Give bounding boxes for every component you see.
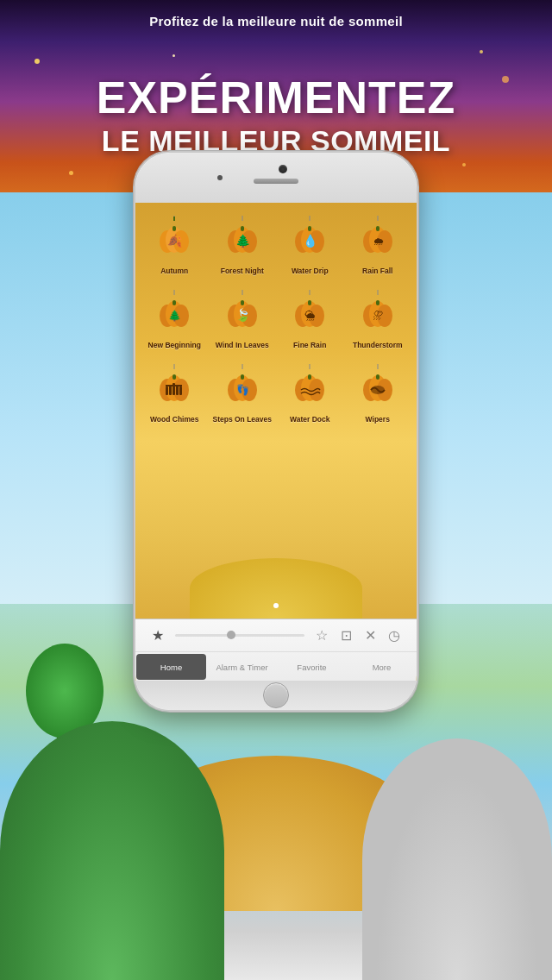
sound-item-autumn[interactable]: 🍂 Autumn [142,211,207,279]
svg-rect-70 [308,374,311,380]
label-steps-on-leaves: Steps On Leaves [212,415,272,424]
sound-item-water-dock[interactable]: Water Dock [278,360,342,427]
label-wood-chimes: Wood Chimes [150,415,199,424]
svg-rect-23 [376,226,380,231]
tab-home[interactable]: Home [136,654,206,680]
scene-hill [190,558,362,619]
banner-text: Profitez de la meilleure nuit de sommeil [149,14,403,28]
svg-rect-54 [166,386,168,395]
volume-slider[interactable] [175,634,304,637]
pumpkin-new-beginning: 🌲 [149,289,199,339]
play-icon: ★ [152,627,164,644]
pumpkin-fine-rain: 🌦 [285,289,335,339]
svg-rect-17 [308,226,311,231]
label-wind-in-leaves: Wind In Leaves [216,341,269,349]
phone-wrapper: 🍂 Autumn 🌲 [134,151,418,712]
svg-text:💧: 💧 [303,234,318,248]
home-button[interactable] [263,682,289,708]
svg-text:⛈: ⛈ [373,310,383,322]
label-wipers: Wipers [366,415,390,424]
sound-item-wood-chimes[interactable]: Wood Chimes [142,360,207,427]
svg-rect-11 [241,226,244,231]
svg-text:🌲: 🌲 [235,234,250,248]
phone-top-bar [135,153,417,203]
svg-text:🌧: 🌧 [372,235,383,248]
app-screen: 🍂 Autumn 🌲 [135,203,417,681]
cast-button[interactable]: ⊡ [334,624,358,648]
top-banner: Profitez de la meilleure nuit de sommeil [0,0,552,41]
close-button[interactable]: ✕ [358,624,382,648]
pumpkin-autumn: 🍂 [149,215,199,265]
favorite-button[interactable]: ☆ [310,624,334,648]
scene-dot [273,603,279,608]
svg-text:🍃: 🍃 [235,308,250,323]
label-forest-night: Forest Night [221,267,264,275]
svg-rect-53 [172,374,176,380]
sound-item-water-drip[interactable]: 💧 Water Drip [278,211,342,279]
front-camera [217,175,223,180]
pumpkin-thunderstorm: ⛈ [353,289,403,339]
pumpkin-water-drip: 💧 [285,215,335,265]
label-water-drip: Water Drip [292,267,329,275]
timer-button[interactable]: ◷ [382,624,406,648]
label-rain-fall: Rain Fall [362,267,392,275]
svg-point-69 [309,379,324,401]
sound-item-steps-on-leaves[interactable]: 👣 Steps On Leaves [210,360,275,427]
sound-item-forest-night[interactable]: 🌲 Forest Night [210,211,275,279]
star-icon: ☆ [316,627,328,644]
phone-device: 🍂 Autumn 🌲 [134,151,418,712]
hero-line1: EXPÉRIMENTEZ [97,75,456,120]
pumpkin-wind-in-leaves: 🍃 [217,289,267,339]
pumpkin-wipers [353,363,403,413]
slider-thumb [227,631,235,639]
svg-rect-41 [308,300,311,305]
sound-item-wind-in-leaves[interactable]: 🍃 Wind In Leaves [210,286,275,353]
tab-alarm[interactable]: Alarm & Timer [207,652,277,681]
ground-right [362,738,552,980]
sounds-grid: 🍂 Autumn 🌲 [135,211,417,428]
tab-more[interactable]: More [347,652,417,681]
ground-left [0,721,224,980]
timer-icon: ◷ [388,627,400,644]
play-button[interactable]: ★ [146,624,170,648]
camera [279,165,287,173]
sound-item-new-beginning[interactable]: 🌲 New Beginning [142,286,207,353]
pumpkin-wood-chimes [149,363,199,413]
svg-rect-58 [179,386,182,395]
tab-bar-buttons: Home Alarm & Timer Favorite More [135,652,417,681]
svg-text:🌲: 🌲 [168,309,181,322]
sound-item-fine-rain[interactable]: 🌦 Fine Rain [278,286,342,353]
playback-controls: ★ ☆ ⊡ ✕ ◷ [135,619,417,652]
pumpkin-water-dock [285,363,335,413]
app-bottom-scene [135,541,417,619]
svg-rect-75 [376,374,380,380]
svg-rect-47 [376,300,380,305]
label-water-dock: Water Dock [290,415,329,424]
label-thunderstorm: Thunderstorm [353,341,403,349]
speaker [254,179,298,184]
phone-bottom-bar [135,681,417,710]
svg-text:🍂: 🍂 [167,234,183,248]
pumpkin-forest-night: 🌲 [217,215,267,265]
svg-rect-35 [241,300,244,305]
svg-text:🌦: 🌦 [304,310,315,322]
sound-item-thunderstorm[interactable]: ⛈ Thunderstorm [346,286,411,353]
svg-text:👣: 👣 [235,383,248,396]
sound-item-rain-fall[interactable]: 🌧 Rain Fall [346,211,411,279]
tab-favorite[interactable]: Favorite [277,652,347,681]
sound-item-wipers[interactable]: Wipers [346,360,411,427]
label-autumn: Autumn [160,267,188,275]
pumpkin-steps-on-leaves: 👣 [217,363,267,413]
svg-rect-64 [241,374,244,380]
label-new-beginning: New Beginning [148,341,201,349]
svg-rect-5 [172,226,176,231]
label-fine-rain: Fine Rain [293,341,326,349]
close-icon: ✕ [365,627,376,644]
app-tab-bar: ★ ☆ ⊡ ✕ ◷ [135,619,417,681]
svg-rect-29 [172,300,176,305]
pumpkin-rain-fall: 🌧 [353,215,403,265]
cast-icon: ⊡ [341,627,352,644]
